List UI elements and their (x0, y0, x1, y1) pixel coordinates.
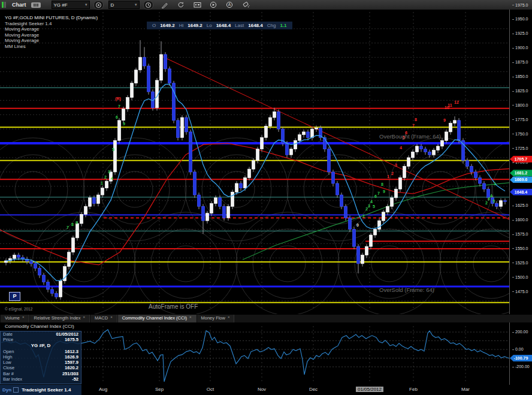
tab-volume[interactable]: Volume× (0, 315, 29, 323)
quote-board-button[interactable] (193, 1, 202, 9)
tab-macd[interactable]: MACD× (90, 315, 117, 323)
candle-up (407, 158, 410, 166)
legend-study[interactable]: Tradesight Seeker 1.4 (5, 21, 98, 27)
price-tick: 1950.0 (512, 17, 528, 21)
candle-down (349, 218, 352, 229)
seeker-count: 4 (370, 200, 373, 204)
pointer-mode-badge[interactable]: P (9, 292, 20, 301)
tab-close-icon[interactable]: × (228, 315, 230, 319)
alert-button[interactable]: A (225, 1, 234, 9)
candle-up (105, 181, 108, 188)
seeker-count: 7 (377, 191, 380, 195)
play-button[interactable] (209, 1, 218, 9)
chart-mode-badge-icon[interactable] (31, 2, 41, 8)
draw-tool-button[interactable] (161, 1, 170, 9)
oversold-label: OverSold (Frame: 64) (379, 287, 434, 293)
refresh-icon (177, 1, 185, 8)
dynamic-mode-label[interactable]: Dyn (2, 387, 11, 393)
candle-down (185, 117, 188, 132)
legend-study[interactable]: Moving Average (5, 26, 98, 32)
seeker-count: 7 (118, 104, 120, 108)
tab-close-icon[interactable]: × (189, 315, 192, 319)
seeker-count: 5 (373, 204, 375, 209)
reload-button[interactable] (177, 1, 186, 9)
tab-cci[interactable]: Commodity Channel Index (CCI)× (117, 315, 197, 323)
price-tag: 1681.2 (510, 170, 532, 176)
price-tick: 1550.0 (512, 246, 528, 251)
candle-up (294, 140, 297, 149)
chevron-down-icon: ▾ (81, 2, 87, 7)
month-label: Nov (258, 387, 266, 392)
cci-axis[interactable]: 200.000.00-200.00-100.79 (509, 322, 532, 385)
time-axis[interactable]: Dyn Tradesight Seeker 1.4 AugSepOctNovDe… (0, 385, 532, 395)
price-tick: 1825.0 (512, 89, 528, 93)
autoframe-status: AutoFrame is OFF (149, 303, 198, 310)
signal-meter-icon (2, 2, 6, 8)
price-label: Price (3, 337, 13, 342)
legend-study[interactable]: Moving Average (5, 38, 98, 44)
candle-up (59, 281, 62, 297)
month-label: Feb (409, 387, 418, 392)
seeker-count: 1 (387, 174, 389, 179)
cci-title: Commodity Channel Index (CCI) (5, 324, 74, 329)
cci-tick: 200.00 (512, 330, 528, 334)
last-value: 1648.4 (248, 23, 262, 28)
open-label: Open (3, 349, 14, 354)
month-label: Aug (99, 387, 107, 392)
legend-study[interactable]: Moving Average (5, 32, 98, 38)
time-interval-button[interactable] (143, 1, 153, 10)
cci-tick: 0.00 (512, 347, 524, 351)
candle-down (240, 183, 243, 188)
candle-down (198, 195, 201, 206)
candle-up (261, 138, 264, 149)
target-icon (95, 2, 102, 8)
tab-rsi[interactable]: Relative Strength Index× (29, 315, 90, 323)
price-tick: 1600.0 (512, 218, 528, 222)
copyright-label: © eSignal, 2012 (5, 307, 32, 311)
legend-symbol[interactable]: YG #F,GOLD MINI FUTURES, D (Dynamic) (5, 15, 98, 21)
candle-up (68, 252, 71, 267)
price-tick: 1925.0 (512, 31, 528, 35)
symbol-lookup-button[interactable] (93, 1, 104, 10)
candle-down (344, 206, 347, 218)
seeker-count: 1 (362, 214, 365, 218)
candle-up (76, 224, 79, 238)
seeker-count: 4 (400, 146, 402, 150)
tab-close-icon[interactable]: × (83, 315, 86, 319)
seeker-count: 6 (116, 115, 118, 119)
tab-close-icon[interactable]: × (110, 315, 113, 319)
change-value: 1.1 (280, 23, 286, 28)
window-title: Chart (12, 2, 26, 8)
bar-number-value: 251/303 (62, 371, 78, 376)
candle-up (210, 203, 213, 213)
last-label: Last (235, 23, 244, 28)
price-chart-canvas[interactable]: 7891234567912345678923451123456789101112… (0, 10, 509, 314)
open-value: 1649.2 (160, 23, 174, 28)
interval-combo[interactable]: D ▾ (108, 1, 140, 9)
seeker-count: 4 (111, 176, 113, 180)
price-axis[interactable]: 1975.01950.01925.01900.01875.01850.01825… (509, 10, 532, 314)
tab-close-icon[interactable]: × (22, 315, 25, 319)
candle-up (290, 149, 293, 155)
eraser-button[interactable] (241, 1, 250, 9)
candle-up (391, 198, 394, 206)
candle-up (395, 189, 398, 198)
play-circle-icon (210, 1, 217, 8)
symbol-combo[interactable]: YG #F ▾ (52, 1, 90, 9)
legend-study[interactable]: MM Lines (5, 44, 98, 50)
candle-up (265, 126, 268, 137)
seeker-count: 11 (448, 103, 452, 107)
lock-icon (13, 387, 19, 393)
high-value: 1649.2 (188, 23, 202, 28)
candle-up (433, 150, 436, 155)
quote-bar: O1649.2 Hi1649.2 Lo1648.4 Last1648.4 Chg… (147, 22, 292, 29)
candle-up (244, 177, 247, 188)
low-label: Low (3, 360, 11, 365)
seeker-count: 5 (492, 199, 495, 203)
tab-money-flow[interactable]: Money Flow× (197, 315, 235, 323)
candle-down (277, 112, 280, 129)
candle-up (416, 146, 419, 152)
candle-down (34, 264, 37, 269)
candle-down (458, 120, 461, 140)
candle-up (315, 128, 318, 129)
